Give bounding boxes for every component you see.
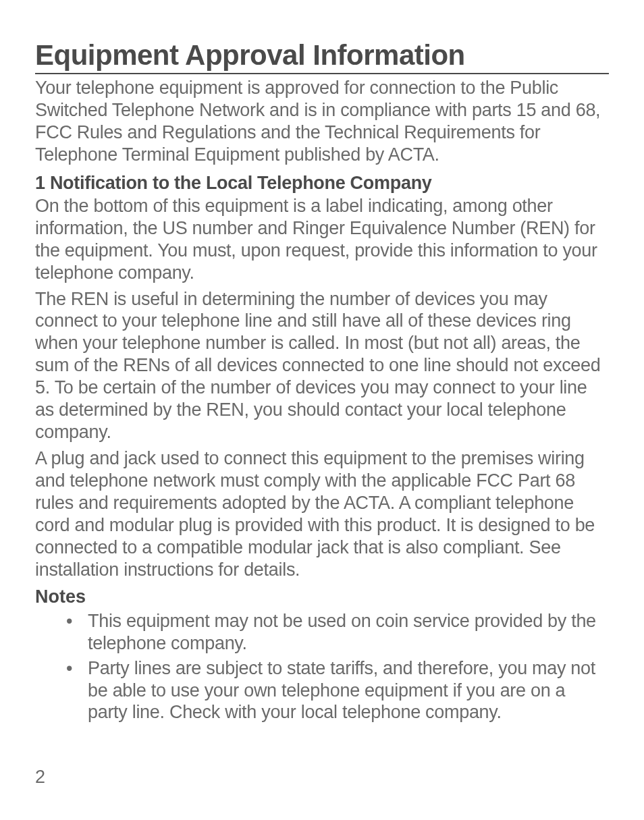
section-1-paragraph-2: The REN is useful in determining the num… xyxy=(35,288,609,444)
list-item: Party lines are subject to state tariffs… xyxy=(35,657,609,724)
section-1-heading: 1 Notification to the Local Telephone Co… xyxy=(35,173,609,194)
page-title: Equipment Approval Information xyxy=(35,39,609,74)
intro-paragraph: Your telephone equipment is approved for… xyxy=(35,77,609,166)
notes-heading: Notes xyxy=(35,586,609,607)
section-1-paragraph-1: On the bottom of this equipment is a lab… xyxy=(35,195,609,284)
page-number: 2 xyxy=(35,767,45,788)
section-1-paragraph-3: A plug and jack used to connect this equ… xyxy=(35,447,609,581)
notes-list: This equipment may not be used on coin s… xyxy=(35,610,609,724)
list-item: This equipment may not be used on coin s… xyxy=(35,610,609,655)
